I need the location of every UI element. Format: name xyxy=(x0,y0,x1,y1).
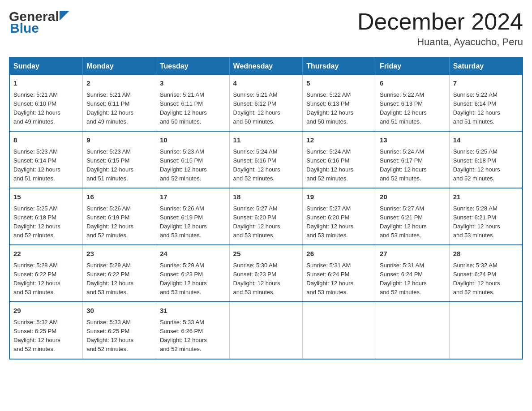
day-info: Sunrise: 5:24 AMSunset: 6:17 PMDaylight:… xyxy=(380,148,427,182)
day-number: 2 xyxy=(86,78,152,89)
month-title: December 2024 xyxy=(357,9,523,34)
day-info: Sunrise: 5:33 AMSunset: 6:25 PMDaylight:… xyxy=(86,319,133,352)
page-header: General Blue December 2024 Huanta, Ayacu… xyxy=(9,9,523,48)
day-number: 20 xyxy=(380,192,446,202)
day-info: Sunrise: 5:31 AMSunset: 6:24 PMDaylight:… xyxy=(380,262,427,295)
day-info: Sunrise: 5:27 AMSunset: 6:20 PMDaylight:… xyxy=(233,205,280,239)
day-info: Sunrise: 5:21 AMSunset: 6:11 PMDaylight:… xyxy=(160,91,207,125)
table-row: 26 Sunrise: 5:31 AMSunset: 6:24 PMDaylig… xyxy=(303,245,376,302)
day-info: Sunrise: 5:22 AMSunset: 6:13 PMDaylight:… xyxy=(380,91,427,125)
day-number: 27 xyxy=(380,249,446,259)
day-number: 14 xyxy=(453,135,519,146)
day-number: 22 xyxy=(13,249,79,259)
day-number: 3 xyxy=(160,78,226,89)
day-info: Sunrise: 5:30 AMSunset: 6:23 PMDaylight:… xyxy=(233,262,280,295)
day-number: 13 xyxy=(380,135,446,146)
header-wednesday: Wednesday xyxy=(229,57,303,75)
day-info: Sunrise: 5:32 AMSunset: 6:24 PMDaylight:… xyxy=(453,262,500,295)
header-saturday: Saturday xyxy=(449,57,523,75)
table-row: 22 Sunrise: 5:28 AMSunset: 6:22 PMDaylig… xyxy=(9,245,83,302)
logo-triangle-icon xyxy=(60,11,69,21)
logo: General Blue xyxy=(9,9,69,36)
table-row: 13 Sunrise: 5:24 AMSunset: 6:17 PMDaylig… xyxy=(376,131,450,188)
day-number: 24 xyxy=(160,249,226,259)
table-row: 7 Sunrise: 5:22 AMSunset: 6:14 PMDayligh… xyxy=(449,75,523,131)
header-sunday: Sunday xyxy=(9,57,83,75)
table-row: 10 Sunrise: 5:23 AMSunset: 6:15 PMDaylig… xyxy=(156,131,229,188)
location-subtitle: Huanta, Ayacucho, Peru xyxy=(357,36,523,48)
day-number: 15 xyxy=(13,192,79,202)
day-info: Sunrise: 5:29 AMSunset: 6:22 PMDaylight:… xyxy=(86,262,133,295)
day-info: Sunrise: 5:32 AMSunset: 6:25 PMDaylight:… xyxy=(13,319,60,352)
table-row: 29 Sunrise: 5:32 AMSunset: 6:25 PMDaylig… xyxy=(9,302,83,359)
table-row: 21 Sunrise: 5:28 AMSunset: 6:21 PMDaylig… xyxy=(449,188,523,245)
header-friday: Friday xyxy=(376,57,450,75)
table-row: 15 Sunrise: 5:25 AMSunset: 6:18 PMDaylig… xyxy=(9,188,83,245)
day-info: Sunrise: 5:28 AMSunset: 6:22 PMDaylight:… xyxy=(13,262,60,295)
table-row xyxy=(449,302,523,359)
day-number: 1 xyxy=(13,78,79,89)
day-number: 6 xyxy=(380,78,446,89)
day-info: Sunrise: 5:33 AMSunset: 6:26 PMDaylight:… xyxy=(160,319,207,352)
day-number: 18 xyxy=(233,192,299,202)
table-row xyxy=(376,302,450,359)
day-number: 29 xyxy=(13,306,79,316)
day-info: Sunrise: 5:26 AMSunset: 6:19 PMDaylight:… xyxy=(160,205,207,239)
header-tuesday: Tuesday xyxy=(156,57,229,75)
day-number: 30 xyxy=(86,306,152,316)
day-info: Sunrise: 5:23 AMSunset: 6:15 PMDaylight:… xyxy=(86,148,133,182)
day-number: 8 xyxy=(13,135,79,146)
table-row: 16 Sunrise: 5:26 AMSunset: 6:19 PMDaylig… xyxy=(83,188,156,245)
day-info: Sunrise: 5:21 AMSunset: 6:10 PMDaylight:… xyxy=(13,91,60,125)
table-row: 2 Sunrise: 5:21 AMSunset: 6:11 PMDayligh… xyxy=(83,75,156,131)
table-row: 14 Sunrise: 5:25 AMSunset: 6:18 PMDaylig… xyxy=(449,131,523,188)
header-monday: Monday xyxy=(83,57,156,75)
table-row: 17 Sunrise: 5:26 AMSunset: 6:19 PMDaylig… xyxy=(156,188,229,245)
day-number: 12 xyxy=(306,135,372,146)
table-row: 23 Sunrise: 5:29 AMSunset: 6:22 PMDaylig… xyxy=(83,245,156,302)
day-info: Sunrise: 5:22 AMSunset: 6:13 PMDaylight:… xyxy=(306,91,353,125)
table-row: 9 Sunrise: 5:23 AMSunset: 6:15 PMDayligh… xyxy=(83,131,156,188)
day-info: Sunrise: 5:25 AMSunset: 6:18 PMDaylight:… xyxy=(453,148,500,182)
table-row: 3 Sunrise: 5:21 AMSunset: 6:11 PMDayligh… xyxy=(156,75,229,131)
table-row: 20 Sunrise: 5:27 AMSunset: 6:21 PMDaylig… xyxy=(376,188,450,245)
day-number: 26 xyxy=(306,249,372,259)
calendar-header-row: Sunday Monday Tuesday Wednesday Thursday… xyxy=(9,57,523,75)
day-number: 28 xyxy=(453,249,519,259)
day-info: Sunrise: 5:31 AMSunset: 6:24 PMDaylight:… xyxy=(306,262,353,295)
table-row: 4 Sunrise: 5:21 AMSunset: 6:12 PMDayligh… xyxy=(229,75,303,131)
day-number: 4 xyxy=(233,78,299,89)
calendar-week-2: 8 Sunrise: 5:23 AMSunset: 6:14 PMDayligh… xyxy=(9,131,523,188)
table-row: 8 Sunrise: 5:23 AMSunset: 6:14 PMDayligh… xyxy=(9,131,83,188)
table-row: 1 Sunrise: 5:21 AMSunset: 6:10 PMDayligh… xyxy=(9,75,83,131)
day-number: 10 xyxy=(160,135,226,146)
table-row: 28 Sunrise: 5:32 AMSunset: 6:24 PMDaylig… xyxy=(449,245,523,302)
table-row: 12 Sunrise: 5:24 AMSunset: 6:16 PMDaylig… xyxy=(303,131,376,188)
day-number: 7 xyxy=(453,78,519,89)
header-thursday: Thursday xyxy=(303,57,376,75)
day-info: Sunrise: 5:21 AMSunset: 6:11 PMDaylight:… xyxy=(86,91,133,125)
table-row: 24 Sunrise: 5:29 AMSunset: 6:23 PMDaylig… xyxy=(156,245,229,302)
table-row: 18 Sunrise: 5:27 AMSunset: 6:20 PMDaylig… xyxy=(229,188,303,245)
calendar-week-1: 1 Sunrise: 5:21 AMSunset: 6:10 PMDayligh… xyxy=(9,75,523,131)
title-block: December 2024 Huanta, Ayacucho, Peru xyxy=(357,9,523,48)
table-row: 31 Sunrise: 5:33 AMSunset: 6:26 PMDaylig… xyxy=(156,302,229,359)
calendar-week-3: 15 Sunrise: 5:25 AMSunset: 6:18 PMDaylig… xyxy=(9,188,523,245)
table-row xyxy=(303,302,376,359)
day-number: 25 xyxy=(233,249,299,259)
day-number: 21 xyxy=(453,192,519,202)
day-number: 23 xyxy=(86,249,152,259)
calendar-week-4: 22 Sunrise: 5:28 AMSunset: 6:22 PMDaylig… xyxy=(9,245,523,302)
calendar-table: Sunday Monday Tuesday Wednesday Thursday… xyxy=(9,57,523,359)
day-number: 19 xyxy=(306,192,372,202)
table-row: 6 Sunrise: 5:22 AMSunset: 6:13 PMDayligh… xyxy=(376,75,450,131)
svg-marker-0 xyxy=(60,11,69,21)
day-number: 31 xyxy=(160,306,226,316)
day-number: 16 xyxy=(86,192,152,202)
day-info: Sunrise: 5:27 AMSunset: 6:20 PMDaylight:… xyxy=(306,205,353,239)
day-info: Sunrise: 5:29 AMSunset: 6:23 PMDaylight:… xyxy=(160,262,207,295)
day-info: Sunrise: 5:24 AMSunset: 6:16 PMDaylight:… xyxy=(306,148,353,182)
day-info: Sunrise: 5:23 AMSunset: 6:14 PMDaylight:… xyxy=(13,148,60,182)
table-row: 5 Sunrise: 5:22 AMSunset: 6:13 PMDayligh… xyxy=(303,75,376,131)
table-row: 27 Sunrise: 5:31 AMSunset: 6:24 PMDaylig… xyxy=(376,245,450,302)
